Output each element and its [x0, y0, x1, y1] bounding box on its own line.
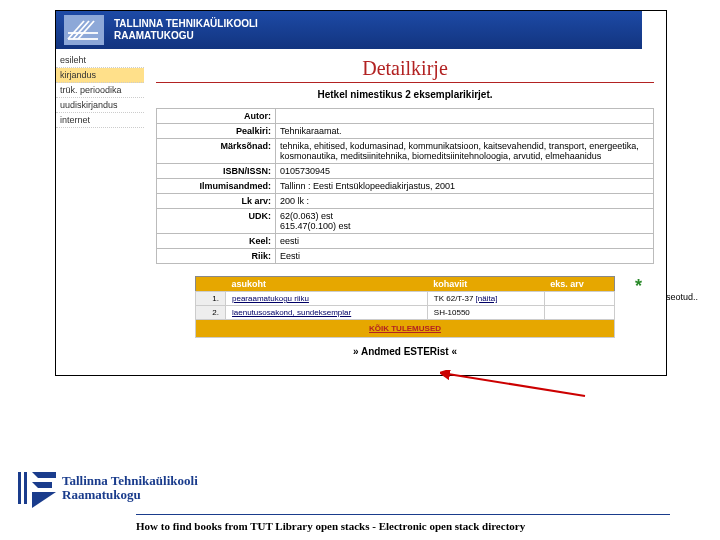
detail-value [276, 109, 654, 124]
svg-rect-2 [24, 472, 27, 504]
detail-value: Tehnikaraamat. [276, 124, 654, 139]
loc-header: kohaviit [427, 277, 544, 292]
title-rule [156, 82, 654, 83]
detail-label: UDK: [157, 209, 276, 234]
ester-link[interactable]: » Andmed ESTERist « [156, 346, 654, 357]
all-results-button[interactable]: KÕIK TULEMUSED [369, 322, 441, 335]
loc-place-link[interactable]: pearaamatukogu riiku [232, 294, 309, 303]
loc-header [196, 277, 226, 292]
nav-item-4[interactable]: internet [56, 113, 144, 128]
svg-rect-1 [18, 472, 21, 504]
green-asterisk-icon: * [635, 276, 642, 297]
detail-label: Pealkiri: [157, 124, 276, 139]
loc-row-num: 2. [196, 306, 226, 320]
detail-value: Tallinn : Eesti Entsüklopeediakirjastus,… [276, 179, 654, 194]
detail-value: 62(0.063) est 615.47(0.100) est [276, 209, 654, 234]
header-title-line2: RAAMATUKOGU [114, 30, 258, 42]
detail-label: Märksõnad: [157, 139, 276, 164]
detail-label: Keel: [157, 234, 276, 249]
detail-value: 0105730945 [276, 164, 654, 179]
detail-value: Eesti [276, 249, 654, 264]
nav-item-3[interactable]: uudiskirjandus [56, 98, 144, 113]
detail-value: 200 lk : [276, 194, 654, 209]
header-logo-icon [64, 15, 104, 45]
footer-title-line2: Raamatukogu [62, 488, 198, 502]
nav-item-0[interactable]: esileht [56, 53, 144, 68]
detail-label: Lk arv: [157, 194, 276, 209]
caption-rule [136, 514, 670, 515]
loc-show-link[interactable]: [näita] [476, 294, 498, 303]
header-title-line1: TALLINNA TEHNIKAÜLIKOOLI [114, 18, 258, 30]
loc-row-num: 1. [196, 292, 226, 306]
detail-label: Riik: [157, 249, 276, 264]
slide-caption: How to find books from TUT Library open … [136, 520, 525, 532]
corner-cut [642, 11, 666, 49]
footer-title-line1: Tallinna Tehnikaülikooli [62, 474, 198, 488]
loc-code: SH-10550 [427, 306, 544, 320]
detail-label: ISBN/ISSN: [157, 164, 276, 179]
footer-logo-icon [16, 468, 56, 508]
loc-header: eks. arv [544, 277, 614, 292]
page-subtitle: Hetkel nimestikus 2 eksemplarikirjet. [156, 89, 654, 100]
location-table: asukohtkohaviiteks. arv 1.pearaamatukogu… [195, 276, 615, 338]
side-nav: esilehtkirjandustrük. perioodikauudiskir… [56, 49, 144, 375]
svg-line-0 [448, 374, 585, 396]
loc-place-link[interactable]: laenutusosakond, sundeksemplar [232, 308, 351, 317]
detail-value: tehnika, ehitised, kodumasinad, kommunik… [276, 139, 654, 164]
detail-value: eesti [276, 234, 654, 249]
related-link[interactable]: seotud.. [666, 292, 698, 302]
detail-label: Autor: [157, 109, 276, 124]
detail-label: Ilmumisandmed: [157, 179, 276, 194]
loc-count [544, 292, 614, 306]
loc-code: TK 62/T-37 [näita] [427, 292, 544, 306]
loc-count [544, 306, 614, 320]
loc-header: asukoht [226, 277, 428, 292]
detail-table: Autor:Pealkiri:Tehnikaraamat.Märksõnad:t… [156, 108, 654, 264]
nav-item-2[interactable]: trük. perioodika [56, 83, 144, 98]
nav-item-1[interactable]: kirjandus [56, 68, 144, 83]
page-title: Detailkirje [156, 57, 654, 80]
